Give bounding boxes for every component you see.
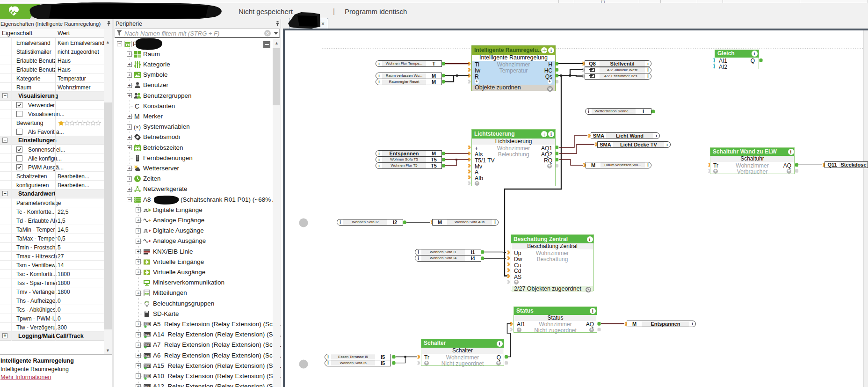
svg-text:LOG: LOG	[145, 293, 149, 295]
svg-text:REL: REL	[145, 375, 149, 378]
svg-text:(×): (×)	[134, 124, 141, 131]
svg-text:REL: REL	[145, 355, 149, 357]
svg-text:M: M	[134, 113, 140, 120]
svg-text:C: C	[135, 102, 139, 110]
svg-text:REL: REL	[145, 334, 149, 336]
svg-text:REL: REL	[145, 323, 149, 326]
svg-text:REL: REL	[145, 344, 149, 346]
svg-text:REL: REL	[145, 365, 149, 367]
